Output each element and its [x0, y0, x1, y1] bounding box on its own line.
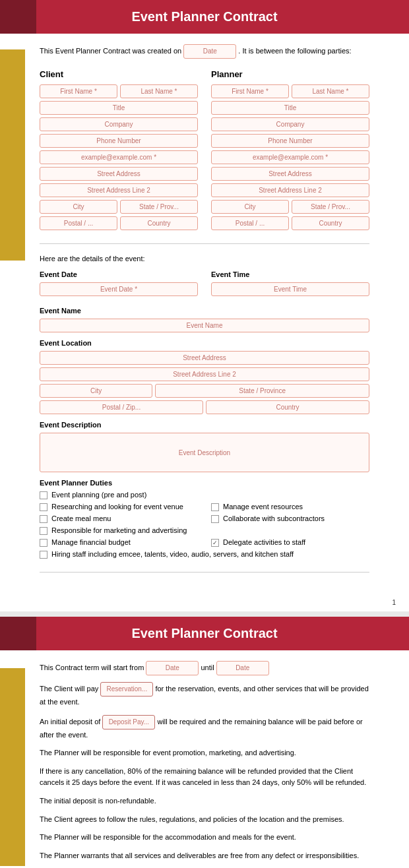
deposit-paragraph: An initial deposit of Deposit Pay... wil… — [40, 715, 369, 741]
event-date-field[interactable]: Event Date * — [40, 282, 198, 296]
event-description-field[interactable]: Event Description — [40, 433, 369, 472]
duty-checkbox-1[interactable] — [40, 491, 47, 499]
para-marketing: The Planner will be responsible for even… — [40, 747, 369, 759]
duty-item-4: Responsible for marketing and advertisin… — [40, 526, 369, 535]
duty-item-1: Event planning (pre and post) — [40, 491, 369, 499]
duty-label-5a: Manage financial budget — [51, 538, 131, 546]
contract-date-field[interactable]: Date — [183, 44, 236, 59]
page-number-1: 1 — [0, 594, 409, 611]
intro-text-after: . It is between the following parties: — [238, 47, 351, 55]
divider-2 — [40, 572, 369, 573]
planner-state[interactable]: State / Prov... — [292, 200, 369, 214]
deposit-field[interactable]: Deposit Pay... — [102, 715, 155, 729]
duty-label-2a: Researching and looking for event venue — [51, 503, 183, 511]
payment-text-before: The Client will pay — [40, 685, 98, 693]
intro-paragraph: This Event Planner Contract was created … — [40, 44, 369, 59]
duty-checkbox-3a[interactable] — [40, 515, 47, 523]
client-country[interactable]: Country — [120, 216, 198, 230]
planner-postal-country-row: Postal / ... Country — [211, 216, 369, 230]
event-location-section: Event Location Street Address Street Add… — [40, 339, 369, 414]
client-first-name[interactable]: First Name * — [40, 84, 117, 98]
event-date-col: Event Date Event Date * — [40, 270, 198, 299]
duty-item-5b: Delegate activities to staff — [211, 538, 369, 547]
term-end-date[interactable]: Date — [216, 661, 269, 675]
duty-label-3b: Collaborate with subcontractors — [223, 514, 325, 522]
payment-paragraph: The Client will pay Reservation... for t… — [40, 682, 369, 708]
event-name-label: Event Name — [40, 307, 369, 315]
para-cancellation: If there is any cancellation, 80% of the… — [40, 766, 369, 789]
page-2: Event Planner Contract This Contract ter… — [0, 617, 409, 868]
term-text-mid: until — [201, 664, 214, 671]
reservation-field[interactable]: Reservation... — [100, 682, 153, 697]
planner-postal[interactable]: Postal / ... — [211, 216, 289, 230]
client-company[interactable]: Company — [40, 117, 198, 131]
duty-item-2a: Researching and looking for event venue — [40, 503, 198, 511]
para-deposit-nonrefundable: The initial deposit is non-refundable. — [40, 795, 369, 807]
duty-checkbox-6[interactable] — [40, 551, 47, 559]
event-date-time-row: Event Date Event Date * Event Time Event… — [40, 270, 369, 299]
page-2-header: Event Planner Contract — [0, 617, 409, 650]
divider-1 — [40, 243, 369, 244]
client-last-name[interactable]: Last Name * — [120, 84, 198, 98]
duty-checkbox-5b[interactable] — [211, 539, 219, 547]
client-state[interactable]: State / Prov... — [120, 200, 198, 214]
duty-item-3a: Create meal menu — [40, 514, 198, 523]
duty-checkbox-3b[interactable] — [211, 515, 219, 523]
client-postal[interactable]: Postal / ... — [40, 216, 117, 230]
event-location-postal[interactable]: Postal / Zip... — [40, 400, 203, 414]
para-warrants: The Planner warrants that all services a… — [40, 850, 369, 862]
page-1-header: Event Planner Contract — [0, 0, 409, 34]
event-name-section: Event Name Event Name — [40, 307, 369, 332]
client-city-state-row: City State / Prov... — [40, 200, 198, 214]
term-start-date[interactable]: Date — [146, 661, 199, 675]
duty-checkbox-2b[interactable] — [211, 503, 219, 511]
planner-first-name[interactable]: First Name * — [211, 84, 289, 98]
client-email[interactable]: example@example.com * — [40, 150, 198, 164]
para-accommodation: The Planner will be responsible for the … — [40, 832, 369, 844]
duty-item-3b: Collaborate with subcontractors — [211, 514, 369, 523]
client-city[interactable]: City — [40, 200, 117, 214]
term-paragraph: This Contract term will start from Date … — [40, 661, 369, 675]
duty-row-3: Create meal menu Collaborate with subcon… — [40, 514, 369, 523]
planner-title-field[interactable]: Title — [211, 101, 369, 115]
planner-country[interactable]: Country — [292, 216, 369, 230]
duty-checkbox-2a[interactable] — [40, 503, 47, 511]
event-location-postal-country-row: Postal / Zip... Country — [40, 400, 369, 414]
page-1: Event Planner Contract This Event Planne… — [0, 0, 409, 611]
event-location-state[interactable]: State / Province — [155, 384, 369, 398]
event-location-city[interactable]: City — [40, 384, 152, 398]
client-street[interactable]: Street Address — [40, 167, 198, 181]
event-location-street2[interactable]: Street Address Line 2 — [40, 367, 369, 381]
event-location-country[interactable]: Country — [206, 400, 369, 414]
event-description-label: Event Description — [40, 421, 369, 429]
planner-city-state-row: City State / Prov... — [211, 200, 369, 214]
client-column: Client First Name * Last Name * Title Co… — [40, 69, 198, 233]
planner-city[interactable]: City — [211, 200, 289, 214]
duty-checkbox-4[interactable] — [40, 527, 47, 535]
page-2-content: This Contract term will start from Date … — [0, 650, 409, 868]
client-title-field[interactable]: Title — [40, 101, 198, 115]
duty-label-6: Hiring staff including emcee, talents, v… — [51, 550, 294, 558]
planner-street[interactable]: Street Address — [211, 167, 369, 181]
duty-item-2b: Manage event resources — [211, 503, 369, 511]
event-time-label: Event Time — [211, 270, 369, 278]
event-description-section: Event Description Event Description — [40, 421, 369, 472]
event-name-field[interactable]: Event Name — [40, 319, 369, 332]
planner-name-row: First Name * Last Name * — [211, 84, 369, 98]
planner-phone[interactable]: Phone Number — [211, 134, 369, 148]
client-title: Client — [40, 69, 198, 79]
duty-row-2: Researching and looking for event venue … — [40, 503, 369, 511]
duties-section: Event Planner Duties Event planning (pre… — [40, 479, 369, 559]
event-location-street[interactable]: Street Address — [40, 351, 369, 365]
planner-last-name[interactable]: Last Name * — [292, 84, 369, 98]
event-time-field[interactable]: Event Time — [211, 282, 369, 296]
duty-label-3a: Create meal menu — [51, 514, 111, 522]
duty-checkbox-5a[interactable] — [40, 539, 47, 547]
client-postal-country-row: Postal / ... Country — [40, 216, 198, 230]
page-2-title: Event Planner Contract — [13, 626, 396, 641]
client-street2[interactable]: Street Address Line 2 — [40, 183, 198, 197]
planner-street2[interactable]: Street Address Line 2 — [211, 183, 369, 197]
planner-company[interactable]: Company — [211, 117, 369, 131]
client-phone[interactable]: Phone Number — [40, 134, 198, 148]
planner-email[interactable]: example@example.com * — [211, 150, 369, 164]
